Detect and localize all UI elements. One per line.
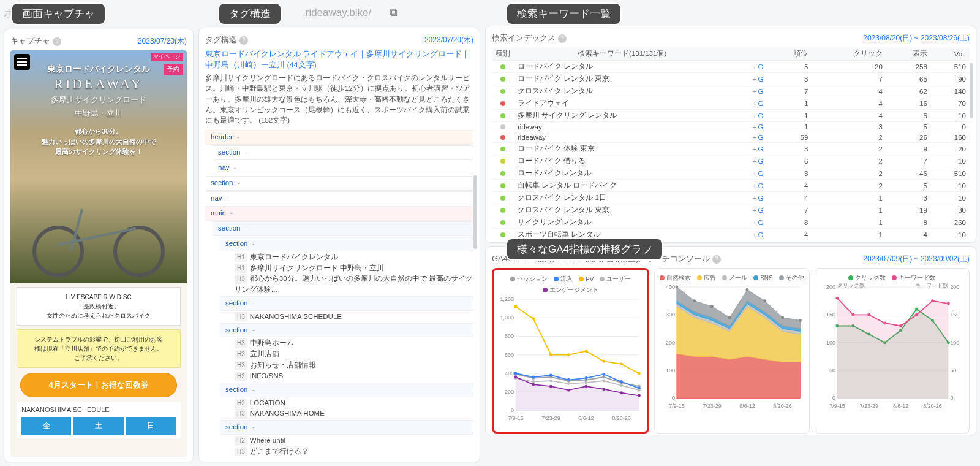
panel-capture: キャプチャ? 2023/07/20(木) マイページ 予約 東京ロードバイクレン… [4,29,194,462]
tree-node[interactable]: section - [220,420,473,435]
hero-sub2: 中野島・立川 [10,108,187,119]
open-external-icon[interactable]: ⧉ [390,6,398,19]
tree-heading[interactable]: H3中野島ホーム [235,338,473,349]
chart-search: クリック数キーワード数 2001501005007/9-157/23-298/6… [815,268,970,434]
help-icon[interactable]: ? [53,37,61,46]
tree-heading[interactable]: H2Where until [235,435,473,446]
kw-col[interactable]: 順位 [767,47,812,61]
tree-node[interactable]: section - [220,323,473,338]
svg-point-31 [602,373,605,376]
capture-date[interactable]: 2023/07/20(木) [138,36,187,47]
tree-heading[interactable]: H1多摩川サイクリングロード 中野島・立川 [235,263,473,274]
ga-date[interactable]: 2023/07/09(日) ~ 2023/09/02(土) [863,254,970,264]
svg-text:100: 100 [666,367,675,373]
svg-text:200: 200 [666,340,675,346]
svg-text:0: 0 [832,395,835,401]
tree-node[interactable]: section - [205,176,473,191]
tag-tree[interactable]: header -section -nav -section -nav -main… [205,129,473,457]
legend-item[interactable]: ユーザー [600,275,631,283]
legend-item[interactable]: 流入 [554,275,573,283]
capture-title: キャプチャ? [10,36,61,47]
schedule-day[interactable]: 土 [74,417,123,435]
help-icon[interactable]: ? [558,34,567,43]
kw-row[interactable]: ロードバイク 体験 東京+G32920 [492,143,970,155]
tree-node[interactable]: nav - [205,191,473,206]
kw-row[interactable]: ロードバイク レンタル 東京+G376590 [492,73,970,85]
tree-heading[interactable]: H3立川店舗 [235,349,473,360]
tree-heading[interactable]: H3都心から30分。魅力いっぱいの多摩川の大自然の中で 最高のサイクリング体験.… [235,273,473,296]
svg-text:7/23-29: 7/23-29 [703,403,722,409]
kw-row[interactable]: スポーツ自転車 レンタル+G41410 [492,229,970,238]
legend-item[interactable]: メール [722,273,747,282]
svg-text:7/9-15: 7/9-15 [669,403,685,409]
kw-row[interactable]: rideway+G1350 [492,122,970,132]
svg-point-115 [931,299,934,302]
legend-item[interactable]: PV [579,275,594,283]
legend-item[interactable]: クリック数 [848,273,886,282]
svg-point-54 [585,385,588,388]
kw-row[interactable]: ロードバイク 借りる+G62710 [492,155,970,167]
cta-button[interactable]: 4月スタート｜お得な回数券 [20,373,177,397]
kw-col[interactable]: Vol. [931,47,970,61]
scrollbar[interactable] [473,175,477,249]
tree-node[interactable]: section - [220,296,473,311]
tree-node[interactable]: section - [213,221,473,236]
tag-date[interactable]: 2023/07/20(木) [424,35,473,45]
svg-point-50 [514,376,517,379]
tree-heading[interactable]: H1東京ロードバイクレンタル [235,252,473,263]
svg-point-112 [883,321,886,324]
kw-row[interactable]: rideaway+G59226160 [492,132,970,143]
bike-image [31,197,166,277]
kw-col[interactable]: 検索キーワード(131/131個) [514,47,730,61]
help-icon[interactable]: ? [712,255,721,264]
tree-heading[interactable]: H3NAKANOSHIMA SCHEDULE [235,311,473,323]
kw-row[interactable]: ライドアウェイ+G141670 [492,97,970,110]
tree-node[interactable]: main - [205,206,473,221]
kw-row[interactable]: サイクリングレンタル+G818260 [492,216,970,229]
legend-item[interactable]: エンゲージメント [543,286,598,294]
page-title-link[interactable]: 東京ロードバイクレンタル ライドアウェイ｜多摩川サイクリングロード｜中野島（川崎… [205,49,473,71]
kw-row[interactable]: クロスバイク レンタル 東京+G711930 [492,204,970,216]
tree-heading[interactable]: H2LOCATION [235,398,473,409]
kw-col[interactable]: 表示 [886,47,931,61]
legend-item[interactable]: その他 [779,273,804,282]
legend-item[interactable]: キーワード数 [892,273,935,282]
tree-node[interactable]: section - [220,237,473,251]
kw-row[interactable]: ロードバイク レンタル+G520258510 [492,61,970,73]
reserve-badge[interactable]: 予約 [164,64,183,75]
svg-text:100: 100 [826,340,835,346]
kw-row[interactable]: クロスバイク レンタル+G7462140 [492,85,970,97]
svg-text:7/23-29: 7/23-29 [541,415,560,421]
svg-text:クリック数: クリック数 [837,283,865,288]
kw-row[interactable]: ロードバイクレンタル+G3246510 [492,167,970,180]
tree-node[interactable]: nav - [213,161,473,175]
tree-node[interactable]: section - [220,383,473,397]
tree-heading[interactable]: H2INFO/SNS [235,371,473,382]
kw-row[interactable]: 多摩川 サイクリング レンタル+G14510 [492,110,970,122]
schedule-day[interactable]: 金 [21,417,71,435]
tree-heading[interactable]: H3お知らせ・店舗情報 [235,360,473,371]
kw-row[interactable]: クロスバイク レンタル 1日+G41310 [492,192,970,204]
tree-node[interactable]: section - [213,145,473,160]
help-icon[interactable]: ? [239,36,248,45]
kw-col[interactable]: 種別 [492,47,514,61]
legend-item[interactable]: SNS [753,273,773,282]
kw-col[interactable]: クリック [812,47,886,61]
svg-point-79 [799,319,802,322]
tree-heading[interactable]: H3どこまで行ける？ [235,446,473,457]
legend-item[interactable]: セッション [510,275,548,283]
svg-point-27 [532,376,535,379]
legend-item[interactable]: 広告 [697,273,716,282]
scrollbar[interactable] [970,63,973,118]
hero-sub1: 多摩川サイクリングロード [10,94,187,105]
menu-icon[interactable] [14,54,30,70]
svg-point-41 [638,372,641,375]
kw-row[interactable]: 自転車 レンタル ロードバイク+G42510 [492,180,970,192]
kw-date[interactable]: 2023/08/20(日) ~ 2023/08/26(土) [863,33,970,44]
tree-node[interactable]: header - [205,130,473,145]
mypage-badge[interactable]: マイページ [151,53,183,61]
legend-item[interactable]: 自然検索 [660,273,691,282]
schedule-card: NAKANOSHIMA SCHEDULE 金土日 [17,402,181,438]
tree-heading[interactable]: H3NAKANOSHIMA HOME [235,408,473,419]
schedule-day[interactable]: 日 [126,417,176,435]
